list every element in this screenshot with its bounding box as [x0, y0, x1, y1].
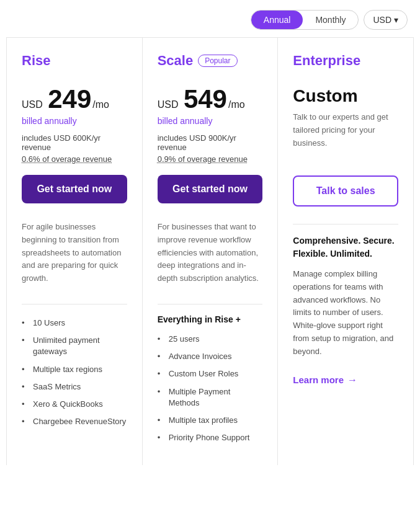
enterprise-detail: Manage complex billing operations for te… — [293, 268, 398, 358]
list-item: Priority Phone Support — [158, 429, 263, 446]
scale-description: For businesses that want to improve reve… — [158, 221, 263, 289]
monthly-toggle-btn[interactable]: Monthly — [303, 11, 358, 29]
plan-rise-name: Rise — [22, 53, 50, 69]
scale-feature-list: 25 users Advance Invoices Custom User Ro… — [158, 331, 263, 446]
plan-rise: Rise USD 249 /mo billed annually include… — [7, 38, 143, 465]
list-item: Multiple Payment Methods — [158, 383, 263, 412]
plan-scale: Scale Popular USD 549 /mo billed annuall… — [143, 38, 279, 465]
plan-rise-price: USD 249 /mo — [22, 86, 127, 112]
list-item: Xero & QuickBooks — [22, 396, 127, 413]
plan-rise-header: Rise — [22, 53, 127, 69]
annual-toggle-btn[interactable]: Annual — [251, 11, 303, 29]
list-item: 25 users — [158, 331, 263, 348]
chevron-down-icon: ▾ — [394, 15, 398, 25]
list-item: Multiple tax profiles — [158, 412, 263, 429]
plan-enterprise-price: Custom — [293, 86, 398, 106]
plan-enterprise: Enterprise Custom Talk to our experts an… — [278, 38, 413, 465]
list-item: SaaS Metrics — [22, 378, 127, 396]
list-item: Advance Invoices — [158, 348, 263, 365]
scale-includes: includes USD 900K/yr revenue — [158, 133, 263, 152]
scale-cta-button[interactable]: Get started now — [158, 175, 263, 203]
list-item: Chargebee RevenueStory — [22, 413, 127, 430]
list-item: Unlimited payment gateways — [22, 332, 127, 360]
list-item: 10 Users — [22, 314, 127, 332]
plan-enterprise-name: Enterprise — [293, 53, 360, 69]
currency-label: USD — [373, 15, 391, 25]
rise-currency: USD — [22, 99, 43, 110]
rise-description: For agile businesses beginning to transi… — [22, 221, 127, 289]
rise-billed-note: billed annually — [22, 116, 127, 126]
arrow-right-icon: → — [347, 375, 357, 386]
scale-billed-note: billed annually — [158, 116, 263, 126]
plans-container: Rise USD 249 /mo billed annually include… — [6, 37, 414, 465]
scale-per: /mo — [228, 99, 245, 110]
rise-per: /mo — [92, 99, 109, 110]
list-item: Custom User Roles — [158, 365, 263, 383]
rise-overage: 0.6% of overage revenue — [22, 154, 127, 164]
enterprise-cta-button[interactable]: Talk to sales — [293, 175, 398, 206]
enterprise-tagline: Comprehensive. Secure. Flexible. Unlimit… — [293, 234, 398, 260]
list-item: Multiple tax regions — [22, 361, 127, 378]
billing-toggle: Annual Monthly — [251, 10, 359, 30]
scale-overage: 0.9% of overage revenue — [158, 154, 263, 164]
learn-more-link[interactable]: Learn more → — [293, 375, 357, 386]
rise-cta-button[interactable]: Get started now — [22, 175, 127, 203]
plan-scale-price: USD 549 /mo — [158, 86, 263, 112]
popular-badge: Popular — [198, 55, 237, 67]
rise-feature-list: 10 Users Unlimited payment gateways Mult… — [22, 314, 127, 430]
learn-more-label: Learn more — [293, 375, 344, 385]
plan-scale-header: Scale Popular — [158, 53, 263, 69]
rise-includes: includes USD 600K/yr revenue — [22, 133, 127, 152]
rise-amount: 249 — [48, 86, 91, 112]
scale-features-heading: Everything in Rise + — [158, 314, 263, 324]
scale-currency: USD — [158, 99, 179, 110]
currency-selector[interactable]: USD ▾ — [364, 10, 408, 30]
plan-enterprise-header: Enterprise — [293, 53, 398, 69]
top-controls: Annual Monthly USD ▾ — [0, 0, 420, 37]
scale-amount: 549 — [184, 86, 227, 112]
plan-scale-name: Scale — [158, 53, 194, 69]
enterprise-talk: Talk to our experts and get tailored pri… — [293, 111, 398, 161]
